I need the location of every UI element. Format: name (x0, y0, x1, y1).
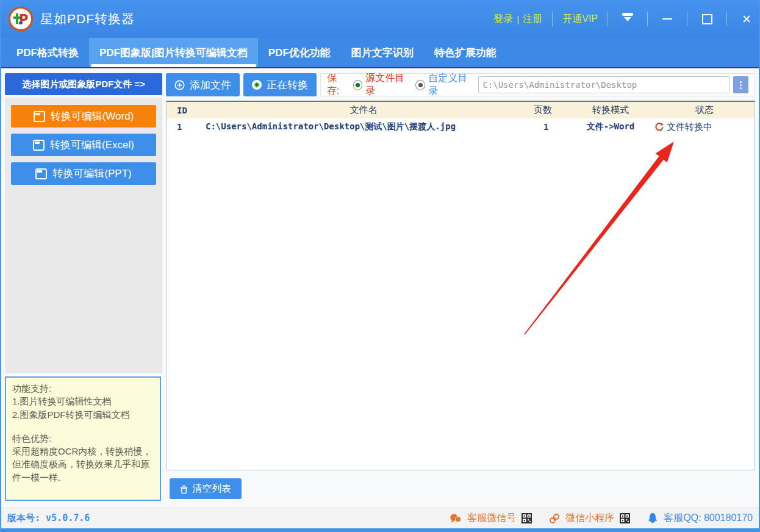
skin-menu-button[interactable] (614, 0, 641, 38)
titlebar-divider (687, 12, 687, 26)
browse-folder-button[interactable] (733, 76, 748, 93)
col-header-pages: 页数 (525, 104, 569, 116)
chevron-down-icon (624, 17, 631, 25)
svg-text:P: P (19, 12, 28, 27)
minimize-button[interactable] (654, 0, 681, 38)
window-bottom-border (0, 528, 760, 532)
mini-program-link[interactable]: 微信小程序 (565, 512, 614, 525)
titlebar-divider (726, 12, 727, 26)
toolbar: 添加文件 正在转换 保存: 源文件目录 自定义目录 (166, 73, 755, 96)
link-icon (549, 513, 560, 524)
col-header-id: ID (167, 106, 202, 115)
clear-list-button[interactable]: 清空列表 (170, 478, 242, 499)
col-header-mode: 转换模式 (569, 104, 652, 116)
sidebar-item-label: 转换可编辑(Excel) (50, 138, 134, 152)
cell-mode: 文件->Word (569, 121, 652, 132)
wechat-service-link[interactable]: 客服微信号 (467, 512, 516, 525)
version-label: 版本号: v5.0.7.6 (7, 512, 90, 524)
titlebar: P 星如PDF转换器 登录 | 注册 开通VIP ✕ (0, 0, 760, 38)
info-line (12, 421, 154, 432)
record-dot-icon (252, 80, 262, 90)
window-title: 星如PDF转换器 (40, 10, 135, 27)
vip-button[interactable]: 开通VIP (559, 13, 601, 26)
cell-status: 文件转换中 (652, 121, 755, 133)
output-path-input[interactable] (478, 76, 730, 93)
info-line: 2.图象版PDF转换可编辑文档 (12, 408, 154, 421)
sidebar-item-label: 转换可编辑(Word) (51, 109, 134, 123)
add-file-button[interactable]: 添加文件 (166, 73, 240, 96)
tab-image-pdf-to-editable[interactable]: PDF图象版|图片转换可编辑文档 (89, 38, 258, 67)
table-row[interactable]: 1 C:\Users\Administrator\Desktop\测试\图片\摆… (167, 118, 755, 135)
spinner-icon (654, 122, 664, 132)
feature-info-panel: 功能支持: 1.图片转换可编辑性文档 2.图象版PDF转换可编辑文档 特色优势:… (5, 376, 161, 501)
tab-pdf-optimize[interactable]: PDF优化功能 (258, 38, 341, 67)
sidebar-item-to-word[interactable]: 转换可编辑(Word) (11, 105, 156, 128)
cell-filename: C:\Users\Administrator\Desktop\测试\图片\摆渡人… (202, 121, 525, 132)
col-header-status: 状态 (652, 104, 755, 116)
tab-pdf-format-convert[interactable]: PDF格式转换 (6, 38, 89, 67)
table-header: ID 文件名 页数 转换模式 状态 (167, 102, 755, 118)
close-icon: ✕ (742, 13, 751, 25)
converting-label: 正在转换 (267, 78, 308, 92)
ellipsis-icon (740, 81, 742, 83)
col-header-filename: 文件名 (202, 104, 525, 116)
sidebar-item-to-excel[interactable]: 转换可编辑(Excel) (11, 134, 156, 156)
file-list-panel: ID 文件名 页数 转换模式 状态 1 C:\Users\Administrat… (166, 101, 755, 470)
content-area: 选择图片或图象版PDF文件 => 转换可编辑(Word) 转换可编辑(Excel… (0, 68, 760, 508)
status-text: 文件转换中 (667, 121, 712, 133)
custom-dir-label: 自定义目录 (428, 72, 473, 98)
qr-code-icon[interactable] (620, 513, 630, 523)
titlebar-divider (608, 12, 608, 26)
info-line: 功能支持: (12, 382, 154, 395)
wechat-icon (450, 513, 462, 523)
skin-icon (622, 13, 633, 16)
qq-service-link[interactable]: 客服QQ: 800180170 (664, 512, 753, 525)
info-line: 特色优势: (12, 432, 154, 445)
save-options-group: 保存: 源文件目录 自定义目录 (320, 73, 755, 96)
qr-code-icon[interactable] (522, 513, 532, 523)
select-files-header-button[interactable]: 选择图片或图象版PDF文件 => (5, 73, 162, 95)
document-icon (35, 168, 47, 179)
custom-dir-radio[interactable]: 自定义目录 (415, 72, 473, 98)
app-logo-icon: P (9, 7, 33, 31)
clear-list-label: 清空列表 (192, 483, 231, 495)
document-icon (34, 111, 45, 122)
source-dir-label: 源文件目录 (365, 72, 410, 98)
radio-icon (415, 80, 425, 90)
document-icon (33, 140, 45, 151)
save-label: 保存: (327, 72, 348, 98)
add-file-label: 添加文件 (190, 78, 231, 92)
source-dir-radio[interactable]: 源文件目录 (353, 72, 410, 98)
app-window: P 星如PDF转换器 登录 | 注册 开通VIP ✕ (0, 0, 760, 532)
window-left-border (0, 0, 1, 532)
sidebar-item-label: 转换可编辑(PPT) (52, 167, 131, 181)
sidebar-item-to-ppt[interactable]: 转换可编辑(PPT) (11, 162, 156, 185)
titlebar-divider (647, 12, 648, 26)
statusbar: 版本号: v5.0.7.6 客服微信号 微信小程序 (0, 508, 760, 528)
login-link[interactable]: 登录 (490, 13, 517, 26)
info-line: 1.图片转换可编辑性文档 (12, 395, 154, 408)
cell-pages: 1 (525, 122, 569, 132)
titlebar-divider (552, 12, 553, 26)
maximize-icon (702, 14, 712, 24)
plus-circle-icon (174, 80, 185, 90)
info-line: 采用超精度OCR内核，转换稍慢，但准确度极高，转换效果几乎和原件一模一样. (12, 445, 154, 484)
cell-id: 1 (167, 122, 202, 132)
close-button[interactable]: ✕ (733, 0, 760, 38)
sidebar: 转换可编辑(Word) 转换可编辑(Excel) 转换可编辑(PPT) (5, 98, 162, 373)
radio-icon (353, 80, 363, 90)
register-link[interactable]: 注册 (519, 13, 546, 26)
tab-special-features[interactable]: 特色扩展功能 (424, 38, 507, 67)
converting-button[interactable]: 正在转换 (243, 73, 317, 96)
trash-icon (180, 484, 188, 494)
minimize-icon (662, 18, 672, 20)
main-tabbar: PDF格式转换 PDF图象版|图片转换可编辑文档 PDF优化功能 图片文字识别 … (0, 38, 760, 68)
tab-image-ocr[interactable]: 图片文字识别 (341, 38, 424, 67)
qq-icon (647, 512, 658, 524)
maximize-button[interactable] (694, 0, 720, 38)
